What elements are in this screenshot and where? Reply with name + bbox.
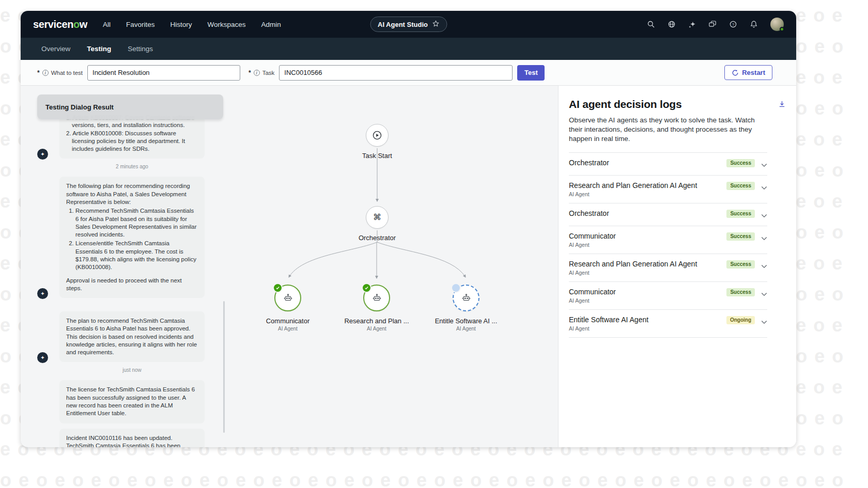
log-row-research-and-plan[interactable]: Research and Plan Generation AI AgentAI …: [569, 254, 767, 281]
dialog-message: The plan to recommend TechSmith Camtasia…: [37, 311, 223, 362]
topbar-icons: ?: [647, 18, 784, 31]
help-icon[interactable]: ?: [729, 20, 737, 28]
agent-avatar-icon: ✦: [37, 149, 48, 160]
log-row-communicator[interactable]: CommunicatorAI Agent Success: [569, 281, 767, 309]
log-row-communicator[interactable]: CommunicatorAI Agent Success: [569, 226, 767, 254]
flow-connectors: [223, 86, 558, 447]
what-to-test-input[interactable]: [87, 65, 240, 81]
nav-item-history[interactable]: History: [171, 21, 192, 28]
agent-avatar-icon: ✦: [37, 288, 48, 299]
test-toolbar: * i What to test * i Task Test Restart: [21, 60, 796, 86]
log-row-orchestrator[interactable]: Orchestrator Success: [569, 203, 767, 226]
main-nav: All Favorites History Workspaces Admin: [103, 21, 281, 28]
agent-sublabel: AI Agent: [244, 326, 332, 332]
restart-button[interactable]: Restart: [724, 65, 772, 80]
decision-logs-panel: AI agent decision logs Observe the AI ag…: [558, 86, 796, 447]
testing-dialog-panel: Testing Dialog Result 1. Article KB00100…: [37, 95, 223, 447]
chevron-down-icon[interactable]: [761, 160, 767, 169]
decision-log-rows: Orchestrator Success Research and Plan G…: [569, 152, 767, 338]
info-icon[interactable]: i: [42, 70, 49, 76]
status-badge: Success: [726, 260, 755, 269]
orchestrator-label: Orchestrator: [333, 234, 421, 242]
dialog-panel-header: Testing Dialog Result: [37, 95, 223, 119]
tab-overview[interactable]: Overview: [41, 45, 70, 53]
required-asterisk-icon: *: [37, 70, 40, 76]
user-avatar[interactable]: [770, 18, 784, 31]
download-icon[interactable]: [778, 100, 786, 110]
status-badge: Ongoing: [726, 316, 755, 324]
agent-node-entitle-software[interactable]: [453, 285, 479, 311]
top-navigation-bar: servicenow All Favorites History Workspa…: [21, 11, 796, 38]
tab-settings[interactable]: Settings: [128, 45, 153, 53]
required-asterisk-icon: *: [249, 70, 251, 76]
agent-flow-canvas[interactable]: Task Start ⌘ Orchestrator Communicator A…: [223, 86, 558, 447]
agent-label: Communicator: [244, 317, 332, 325]
chevron-down-icon[interactable]: [761, 261, 767, 271]
orchestrator-icon: ⌘: [373, 213, 381, 222]
agent-node-communicator[interactable]: [274, 285, 301, 311]
what-to-test-label: * i What to test: [37, 70, 83, 76]
task-start-label: Task Start: [333, 152, 421, 160]
servicenow-logo: servicenow: [33, 19, 87, 30]
svg-text:?: ?: [732, 22, 735, 27]
chevron-down-icon[interactable]: [761, 183, 767, 192]
nav-item-admin[interactable]: Admin: [261, 21, 281, 28]
dialog-message: Incident INC0010116 has been updated. Te…: [37, 429, 223, 447]
studio-tab-bar: Overview Testing Settings: [21, 38, 796, 60]
refresh-icon: [732, 69, 739, 76]
search-icon[interactable]: [647, 20, 655, 28]
app-title-label: AI Agent Studio: [378, 21, 428, 28]
status-badge: Success: [726, 210, 755, 218]
status-badge: Success: [726, 288, 755, 296]
conversation-icon[interactable]: [708, 20, 717, 28]
log-row-entitle-software[interactable]: Entitle Software AI AgentAI Agent Ongoin…: [569, 309, 767, 338]
agent-avatar-icon: ✦: [37, 352, 48, 363]
status-badge: Success: [726, 159, 755, 167]
task-start-node[interactable]: [366, 124, 389, 147]
tab-testing[interactable]: Testing: [87, 45, 111, 53]
dialog-scrollbar[interactable]: [223, 301, 225, 433]
task-input[interactable]: [279, 65, 513, 81]
nav-item-all[interactable]: All: [103, 21, 111, 28]
decision-logs-description: Observe the AI agents as they work to so…: [569, 116, 767, 144]
success-check-icon: [363, 284, 370, 292]
success-check-icon: [274, 284, 282, 292]
orchestrator-node[interactable]: ⌘: [366, 206, 389, 229]
test-button[interactable]: Test: [517, 65, 545, 81]
chevron-down-icon[interactable]: [761, 211, 767, 220]
chevron-down-icon[interactable]: [761, 233, 767, 243]
globe-icon[interactable]: [668, 20, 676, 28]
log-row-research-and-plan[interactable]: Research and Plan Generation AI AgentAI …: [569, 175, 767, 203]
robot-icon: [372, 293, 382, 303]
notifications-icon[interactable]: [750, 20, 758, 28]
robot-icon: [283, 293, 293, 303]
ai-sparkle-icon[interactable]: [688, 21, 696, 28]
chevron-down-icon[interactable]: [761, 317, 767, 326]
agent-label: Research and Plan ...: [333, 317, 421, 325]
nav-item-favorites[interactable]: Favorites: [126, 21, 155, 28]
chevron-down-icon[interactable]: [761, 289, 767, 298]
log-row-orchestrator[interactable]: Orchestrator Success: [569, 152, 767, 175]
info-icon[interactable]: i: [254, 70, 260, 76]
in-progress-icon: [452, 284, 460, 292]
agent-label: Entitle Software AI ...: [422, 317, 510, 325]
agent-sublabel: AI Agent: [422, 326, 510, 332]
message-timestamp: just now: [59, 367, 205, 373]
app-title-pill[interactable]: AI Agent Studio: [370, 17, 447, 32]
play-circle-icon: [372, 130, 382, 140]
dialog-message: The license for TechSmith Camtasia Essen…: [37, 380, 223, 423]
robot-icon: [461, 293, 471, 303]
status-badge: Success: [726, 182, 755, 190]
agent-node-research-and-plan[interactable]: [363, 285, 390, 311]
task-label: * i Task: [249, 70, 274, 76]
app-window: servicenow All Favorites History Workspa…: [21, 11, 796, 447]
status-badge: Success: [726, 232, 755, 241]
presence-dot: [780, 27, 784, 32]
nav-item-workspaces[interactable]: Workspaces: [208, 21, 246, 28]
dialog-message: The following plan for recommending reco…: [37, 177, 223, 298]
dialog-messages[interactable]: 1. Article KB0010007: Covers Camtasia so…: [37, 95, 223, 447]
content-area: Testing Dialog Result 1. Article KB00100…: [21, 86, 796, 447]
agent-sublabel: AI Agent: [333, 326, 421, 332]
message-timestamp: 2 minutes ago: [59, 164, 205, 169]
favorite-star-icon[interactable]: [432, 20, 439, 29]
